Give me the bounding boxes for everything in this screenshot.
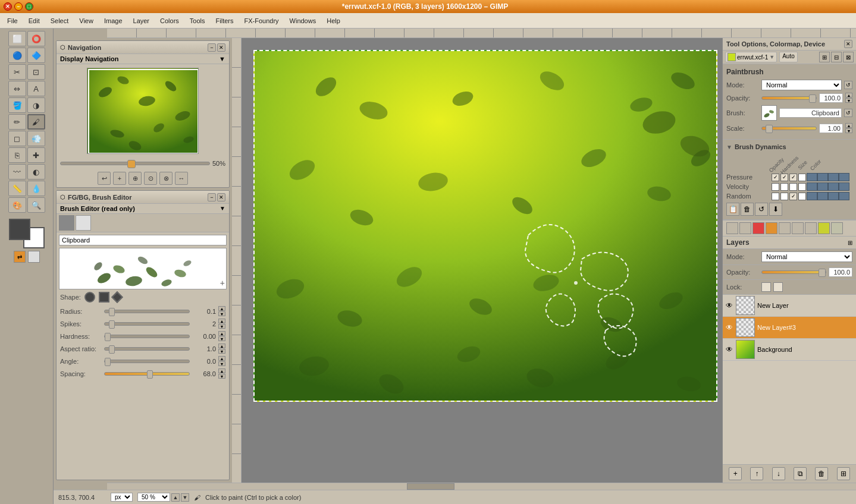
menu-windows[interactable]: Windows (285, 16, 321, 26)
velocity-opacity-check[interactable] (772, 183, 779, 191)
spikes-slider[interactable] (104, 322, 190, 326)
layer-item-new-layer[interactable]: 👁 New Layer (723, 295, 856, 317)
spacing-down[interactable]: ▼ (218, 374, 225, 379)
menu-file[interactable]: File (2, 16, 23, 26)
tool-clone[interactable]: ⎘ (8, 147, 26, 163)
menu-fxfoundry[interactable]: FX-Foundry (239, 16, 283, 26)
minimize-button[interactable]: − (14, 2, 23, 11)
swap-colors-button[interactable]: ⇄ (14, 251, 26, 263)
random-opacity-check[interactable] (772, 193, 779, 200)
aspect-thumb[interactable] (109, 345, 115, 354)
brush-reset-btn[interactable]: ↺ (844, 109, 852, 117)
options-icon-3[interactable]: ⊠ (843, 52, 854, 62)
menu-help[interactable]: Help (322, 16, 345, 26)
close-button[interactable]: ✕ (4, 2, 12, 11)
opt-icon-7[interactable] (805, 222, 817, 234)
shape-diamond-btn[interactable] (113, 293, 121, 301)
spacing-slider[interactable] (104, 372, 190, 376)
mode-reset-btn[interactable]: ↺ (844, 81, 852, 89)
tool-heal[interactable]: ✚ (27, 147, 45, 163)
menu-filters[interactable]: Filters (211, 16, 239, 26)
aspect-up[interactable]: ▲ (218, 344, 225, 348)
zoom-select[interactable]: 50 % (137, 493, 170, 502)
angle-up[interactable]: ▲ (218, 356, 225, 361)
nav-zoom-slider[interactable] (60, 162, 210, 165)
tool-colorbalance[interactable]: 🎨 (8, 197, 26, 213)
opt-icon-9[interactable] (831, 222, 843, 234)
tool-ellipse-select[interactable]: ⭕ (27, 31, 45, 46)
brush-preview-expand[interactable]: + (220, 278, 225, 288)
opacity-slider[interactable] (761, 96, 817, 100)
menu-select[interactable]: Select (46, 16, 74, 26)
layers-options-btn[interactable]: ⊞ (848, 240, 852, 246)
layer-eye-new-layer[interactable]: 👁 (725, 301, 733, 310)
nav-btn-reset[interactable]: ↩ (98, 172, 111, 185)
layer-eye-new-layer-3[interactable]: 👁 (725, 323, 733, 332)
hardness-slider[interactable] (104, 335, 190, 338)
tool-eraser[interactable]: ◻ (8, 131, 26, 146)
tool-blend[interactable]: ◑ (27, 97, 45, 113)
scale-value[interactable] (819, 124, 843, 133)
layer-lower-btn[interactable]: ↓ (772, 467, 785, 480)
spikes-down[interactable]: ▼ (218, 324, 225, 329)
menu-colors[interactable]: Colors (155, 16, 184, 26)
dynamics-arrow[interactable]: ▼ (726, 144, 732, 150)
tool-crop[interactable]: ✂ (8, 64, 26, 80)
radius-thumb[interactable] (109, 308, 115, 316)
aspect-slider[interactable] (104, 347, 190, 351)
tool-zoom[interactable]: 🔍 (27, 197, 45, 213)
angle-thumb[interactable] (105, 358, 111, 366)
tool-flip[interactable]: ⇔ (8, 81, 26, 96)
tool-rect-select[interactable]: ⬜ (8, 31, 26, 46)
tool-paintbrush[interactable]: 🖌 (27, 114, 45, 130)
nav-btn-center[interactable]: ⊕ (128, 172, 142, 185)
canvas-hscroll-thumb[interactable] (407, 483, 454, 490)
tool-options-close[interactable]: ✕ (844, 40, 852, 48)
tool-airbrush[interactable]: 💨 (27, 131, 45, 146)
layers-mode-select[interactable]: Normal (761, 251, 852, 262)
hardness-down[interactable]: ▼ (218, 336, 225, 341)
nav-btn-full[interactable]: ⊗ (159, 172, 173, 185)
fg-color-display[interactable] (59, 215, 74, 231)
tool-eyedropper[interactable]: 💧 (27, 181, 45, 196)
tool-pencil[interactable]: ✏ (8, 114, 26, 130)
menu-view[interactable]: View (74, 16, 98, 26)
nav-panel-close[interactable]: ✕ (217, 43, 225, 52)
menu-image[interactable]: Image (99, 16, 127, 26)
titlebar-controls[interactable]: ✕ − □ (4, 2, 33, 11)
opt-icon-8-yellow[interactable] (818, 222, 830, 234)
layers-opacity-thumb[interactable] (819, 269, 826, 277)
dynamics-btn-2[interactable]: 🗑 (741, 203, 754, 216)
tool-text[interactable]: A (27, 81, 45, 96)
nav-btn-fit[interactable]: ⊙ (144, 172, 157, 185)
layer-duplicate-btn[interactable]: ⧉ (794, 467, 807, 480)
angle-down[interactable]: ▼ (218, 361, 225, 366)
dynamics-btn-4[interactable]: ⬇ (769, 203, 782, 216)
hardness-thumb[interactable] (105, 333, 111, 341)
layer-delete-btn[interactable]: 🗑 (815, 467, 828, 480)
opt-icon-4-orange[interactable] (766, 222, 777, 234)
aspect-down[interactable]: ▼ (218, 349, 225, 354)
brush-value-input[interactable] (779, 108, 842, 118)
layer-merge-btn[interactable]: ⊞ (837, 467, 850, 480)
file-dropdown-arrow[interactable]: ▼ (769, 54, 775, 60)
tool-measure[interactable]: 📏 (8, 181, 26, 196)
layer-eye-background[interactable]: 👁 (725, 345, 733, 354)
pressure-size-check[interactable] (789, 174, 797, 181)
zoom-step-down[interactable]: ▼ (181, 493, 189, 502)
brush-editor-expand[interactable]: ▼ (220, 205, 225, 212)
lock-pixels-btn[interactable] (761, 282, 771, 292)
pressure-color-check[interactable] (798, 174, 806, 181)
nav-panel-minimize[interactable]: − (208, 43, 216, 52)
opt-icon-5[interactable] (779, 222, 791, 234)
nav-panel-icon[interactable]: ⬡ (60, 44, 65, 51)
nav-btn-zoom-in[interactable]: + (113, 172, 126, 185)
scale-slider-thumb[interactable] (766, 125, 773, 133)
layers-opacity-value[interactable] (829, 267, 852, 277)
opacity-value[interactable] (819, 93, 843, 103)
mode-select[interactable]: Normal (761, 80, 842, 90)
dynamics-btn-3[interactable]: ↺ (755, 203, 768, 216)
spacing-up[interactable]: ▲ (218, 368, 225, 373)
nav-expand-btn[interactable]: ▼ (219, 55, 225, 62)
scale-down[interactable]: ▼ (845, 128, 852, 133)
